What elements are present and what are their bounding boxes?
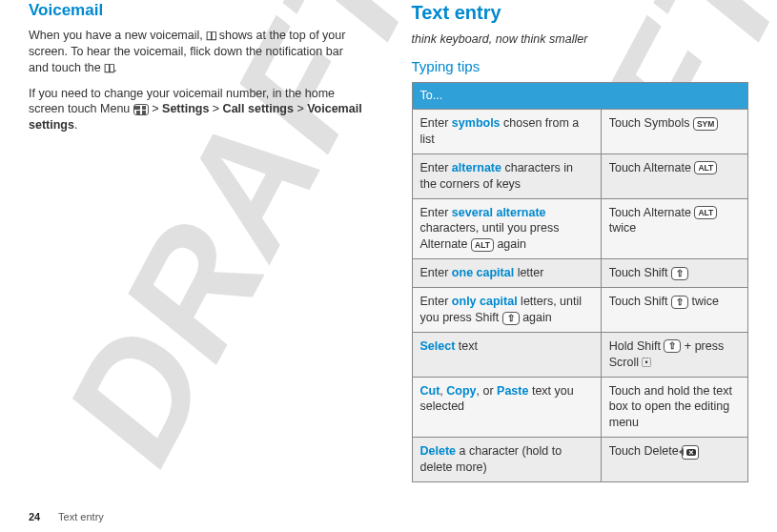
table-cell-left: Enter symbols chosen from a list	[412, 110, 601, 154]
alt-icon: ALT	[471, 238, 494, 252]
page-footer: 24 Text entry	[29, 510, 104, 524]
table-cell-right: Hold Shift + press Scroll	[601, 332, 747, 377]
table-cell-left: Enter one capital letter	[412, 259, 601, 288]
voicemail-icon: ⌷⌷	[206, 30, 215, 41]
table-cell-left: Enter several alternate characters, unti…	[412, 198, 601, 259]
text: >	[149, 102, 162, 115]
shift-icon	[502, 312, 520, 325]
shift-icon	[671, 296, 688, 309]
table-row: Enter only capital letters, until you pr…	[412, 288, 748, 333]
subtitle: think keyboard, now think smaller	[412, 31, 749, 48]
text: >	[294, 102, 307, 115]
table-cell-left: Delete a character (hold to delete more)	[412, 438, 601, 482]
table-row: Delete a character (hold to delete more)…	[412, 438, 748, 482]
voicemail-para1: When you have a new voicemail, ⌷⌷ shows …	[29, 28, 366, 76]
voicemail-icon: ⌷⌷	[104, 62, 113, 73]
text: .	[113, 61, 116, 74]
settings-label: Settings	[162, 102, 209, 115]
table-cell-left: Select text	[412, 332, 601, 377]
voicemail-para2: If you need to change your voicemail num…	[29, 86, 366, 134]
scroll-icon	[642, 358, 651, 367]
table-cell-right: Touch Shift	[601, 259, 747, 288]
text: When you have a new voicemail,	[29, 29, 206, 42]
alt-icon: ALT	[694, 161, 717, 174]
page-number: 24	[29, 511, 40, 522]
text: .	[74, 118, 77, 132]
table-cell-left: Enter alternate characters in the corner…	[412, 153, 601, 198]
alt-icon: ALT	[694, 206, 717, 219]
call-settings-label: Call settings	[223, 102, 294, 115]
shift-icon	[671, 267, 688, 280]
chapter-label: Text entry	[58, 511, 104, 522]
table-cell-left: Enter only capital letters, until you pr…	[412, 288, 601, 333]
table-row: Enter alternate characters in the corner…	[412, 153, 748, 198]
table-cell-right: Touch Symbols SYM	[601, 110, 747, 154]
text-entry-heading: Text entry	[412, 0, 749, 26]
right-column: Text entry think keyboard, now think sma…	[412, 0, 749, 482]
shift-icon	[664, 339, 681, 353]
table-cell-left: Cut, Copy, or Paste text you selected	[412, 377, 601, 438]
menu-icon	[133, 104, 149, 115]
table-cell-right: Touch Alternate ALT	[601, 153, 747, 198]
table-cell-right: Touch Alternate ALT twice	[601, 198, 747, 259]
left-column: Voicemail When you have a new voicemail,…	[29, 0, 366, 482]
table-row: Enter one capital letterTouch Shift	[412, 259, 748, 288]
table-cell-right: Touch and hold the text box to open the …	[601, 377, 747, 438]
typing-tips-table: To... Enter symbols chosen from a listTo…	[412, 82, 749, 482]
voicemail-heading: Voicemail	[29, 0, 366, 22]
sym-icon: SYM	[693, 117, 718, 131]
text: >	[209, 102, 222, 115]
table-row: Enter symbols chosen from a listTouch Sy…	[412, 110, 748, 154]
table-header: To...	[412, 83, 748, 110]
table-row: Select textHold Shift + press Scroll	[412, 332, 748, 377]
typing-tips-subhead: Typing tips	[412, 57, 749, 76]
table-row: Cut, Copy, or Paste text you selectedTou…	[412, 377, 748, 438]
table-cell-right: Touch Shift twice	[601, 288, 747, 333]
table-row: Enter several alternate characters, unti…	[412, 198, 748, 259]
delete-icon: ✕	[682, 445, 699, 460]
table-cell-right: Touch Delete ✕	[601, 438, 747, 482]
